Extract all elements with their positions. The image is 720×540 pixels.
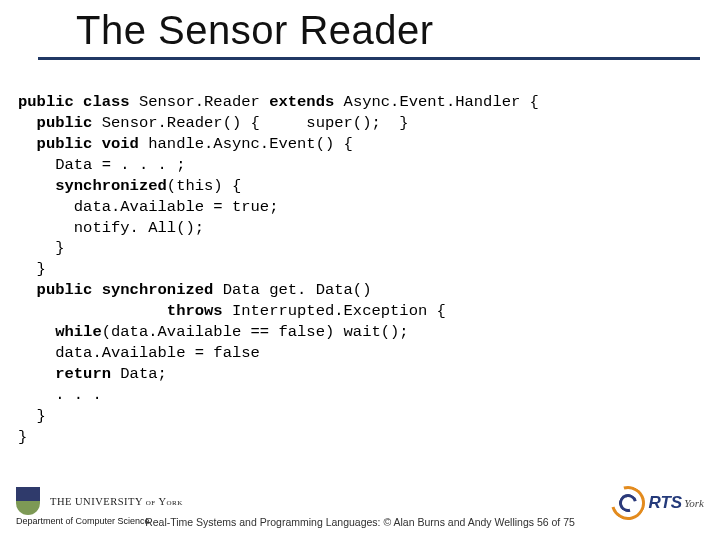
code-kw: while bbox=[18, 323, 102, 341]
code-text: Data = . . . ; bbox=[18, 156, 185, 174]
code-kw: public bbox=[18, 114, 92, 132]
university-name: THE UNIVERSITY of York bbox=[50, 496, 183, 507]
code-block: public class Sensor.Reader extends Async… bbox=[18, 92, 706, 448]
code-text: . . . bbox=[18, 386, 102, 404]
code-text: } bbox=[18, 260, 46, 278]
code-text: data.Available = true; bbox=[18, 198, 278, 216]
code-text: data.Available = false bbox=[18, 344, 260, 362]
title-bar: The Sensor Reader bbox=[38, 8, 700, 60]
code-text: } bbox=[18, 428, 27, 446]
code-kw: public class bbox=[18, 93, 130, 111]
code-kw: throws bbox=[18, 302, 223, 320]
code-kw: synchronized bbox=[18, 177, 167, 195]
shield-icon bbox=[16, 487, 40, 515]
code-text: (data.Available == false) wait(); bbox=[102, 323, 409, 341]
code-text: Data get. Data() bbox=[213, 281, 371, 299]
swirl-icon bbox=[604, 480, 650, 526]
code-text: Sensor.Reader bbox=[130, 93, 270, 111]
rts-logo: RTS York bbox=[611, 486, 704, 520]
code-text: Async.Event.Handler { bbox=[334, 93, 539, 111]
code-kw: public void bbox=[18, 135, 139, 153]
code-text: Interrupted.Exception { bbox=[223, 302, 446, 320]
rts-subtext: York bbox=[684, 497, 704, 509]
code-text: } bbox=[18, 239, 65, 257]
rts-text: RTS bbox=[649, 493, 683, 513]
code-kw: public synchronized bbox=[18, 281, 213, 299]
code-text: handle.Async.Event() { bbox=[139, 135, 353, 153]
footer: THE UNIVERSITY of York Department of Com… bbox=[0, 484, 720, 532]
code-kw: extends bbox=[269, 93, 334, 111]
code-text: Sensor.Reader() { super(); } bbox=[92, 114, 408, 132]
code-text: (this) { bbox=[167, 177, 241, 195]
code-text: notify. All(); bbox=[18, 219, 204, 237]
code-kw: return bbox=[18, 365, 111, 383]
code-text: Data; bbox=[111, 365, 167, 383]
code-text: } bbox=[18, 407, 46, 425]
slide: The Sensor Reader public class Sensor.Re… bbox=[0, 0, 720, 540]
slide-title: The Sensor Reader bbox=[76, 8, 700, 53]
